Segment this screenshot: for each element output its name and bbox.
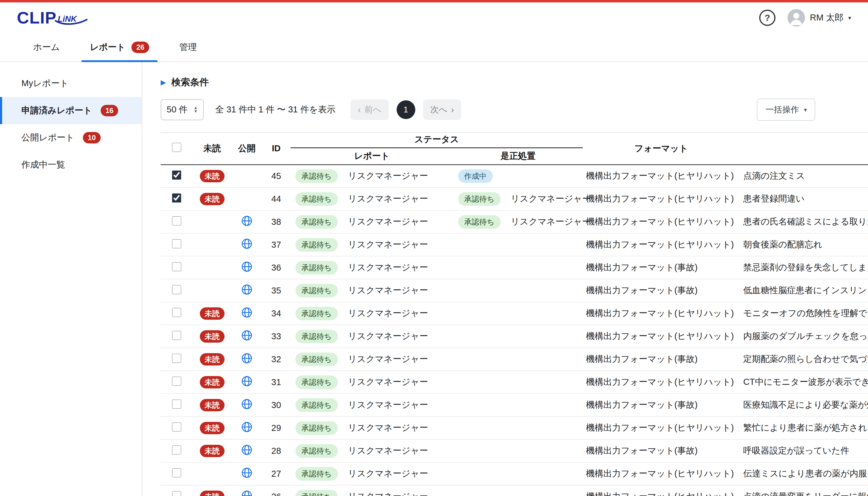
table-row[interactable]: 未読 30 承認待ち リスクマネージャー 機構出力フォーマット(事故) 医療知識… (161, 393, 868, 416)
unread-badge: 未読 (200, 170, 224, 182)
sidebar-item-my-reports[interactable]: Myレポート (0, 70, 142, 97)
triangle-right-icon: ▶ (161, 78, 166, 87)
row-id: 45 (262, 165, 291, 187)
corrective-status-badge: 承認待ち (458, 215, 501, 229)
help-button[interactable]: ? (759, 10, 775, 26)
tab-reports[interactable]: レポート 26 (75, 33, 164, 61)
table-row[interactable]: 未読 28 承認待ち リスクマネージャー 機構出力フォーマット(事故) 呼吸器設… (161, 439, 868, 462)
row-checkbox[interactable] (172, 308, 181, 317)
sidebar-item-label: 申請済みレポート (21, 105, 92, 117)
row-checkbox[interactable] (172, 377, 181, 386)
user-menu[interactable]: RM 太郎 ▾ (788, 9, 851, 27)
page-size-select[interactable]: 50 件 ▲ ▼ (161, 99, 204, 120)
report-owner: リスクマネージャー (348, 445, 428, 457)
row-checkbox[interactable] (172, 354, 181, 363)
select-all-checkbox[interactable] (172, 143, 181, 152)
select-arrows-icon: ▲ ▼ (193, 106, 198, 113)
table-row[interactable]: 未読 45 承認待ち リスクマネージャー 作成中 機構出力フォーマット(ヒヤリハ… (161, 165, 868, 187)
chevron-down-icon: ▾ (804, 106, 807, 113)
sidebar-item-label: Myレポート (21, 77, 69, 90)
row-checkbox[interactable] (172, 491, 181, 496)
row-format: 機構出力フォーマット(ヒヤリハット) (583, 302, 740, 325)
table-row[interactable]: 未読 33 承認待ち リスクマネージャー 機構出力フォーマット(ヒヤリハット) … (161, 325, 868, 348)
help-icon: ? (765, 13, 770, 23)
search-conditions-toggle[interactable]: ▶ 検索条件 (161, 76, 868, 89)
prev-label: 前へ (365, 104, 382, 115)
row-checkbox[interactable] (172, 262, 181, 271)
table-row[interactable]: 未読 44 承認待ち リスクマネージャー 承認待ち リスクマネージャー 機構出力… (161, 187, 868, 210)
header-id: ID (262, 133, 291, 165)
report-status-badge: 承認待ち (295, 261, 338, 275)
row-checkbox[interactable] (172, 171, 181, 180)
tab-admin[interactable]: 管理 (164, 33, 212, 61)
search-conditions-title: 検索条件 (171, 76, 209, 89)
sidebar-item-public-reports[interactable]: 公開レポート 10 (0, 124, 142, 151)
app-logo[interactable]: CLIP LiNK (17, 9, 77, 26)
table-row[interactable]: 未読 34 承認待ち リスクマネージャー 機構出力フォーマット(ヒヤリハット) … (161, 302, 868, 325)
table-row[interactable]: 未読 31 承認待ち リスクマネージャー 機構出力フォーマット(ヒヤリハット) … (161, 371, 868, 393)
logo-clip-text: CLIP (17, 9, 57, 26)
tab-label: ホーム (33, 41, 60, 53)
sidebar-item-drafts[interactable]: 作成中一覧 (0, 151, 142, 179)
report-owner: リスクマネージャー (348, 284, 428, 296)
current-page-indicator[interactable]: 1 (397, 100, 415, 119)
table-row[interactable]: 未読 29 承認待ち リスクマネージャー 機構出力フォーマット(ヒヤリハット) … (161, 416, 868, 439)
row-title: 定期配薬の照らし合わせで気づいた (740, 348, 868, 371)
user-name: RM 太郎 (810, 12, 843, 24)
header-corrective: 是正処置 (453, 148, 583, 165)
row-id: 32 (262, 348, 291, 371)
tab-home[interactable]: ホーム (18, 33, 75, 61)
sidebar-item-submitted-reports[interactable]: 申請済みレポート 16 (0, 97, 142, 124)
sidebar-item-label: 公開レポート (21, 132, 75, 144)
chevron-down-icon: ▾ (848, 14, 851, 21)
table-row[interactable]: 37 承認待ち リスクマネージャー 機構出力フォーマット(ヒヤリハット) 朝食後… (161, 233, 868, 256)
public-globe-icon (241, 467, 253, 479)
unread-badge: 未読 (200, 491, 224, 496)
report-owner: リスクマネージャー (348, 307, 428, 320)
table-row[interactable]: 27 承認待ち リスクマネージャー 機構出力フォーマット(ヒヤリハット) 伝達ミ… (161, 462, 868, 485)
row-checkbox[interactable] (172, 285, 181, 294)
result-range-text: 全 31 件中 1 件 〜 31 件を表示 (215, 104, 336, 116)
row-format: 機構出力フォーマット(ヒヤリハット) (583, 485, 740, 496)
sidebar: Myレポート 申請済みレポート 16 公開レポート 10 作成中一覧 (0, 62, 142, 496)
header-unread: 未読 (192, 133, 232, 165)
row-id: 35 (262, 279, 291, 302)
main-tabbar: ホーム レポート 26 管理 (0, 33, 868, 62)
row-checkbox[interactable] (172, 193, 181, 202)
table-row[interactable]: 36 承認待ち リスクマネージャー 機構出力フォーマット(事故) 禁忌薬剤の登録… (161, 256, 868, 279)
report-status-badge: 承認待ち (295, 330, 338, 343)
row-title: 患者の氏名確認ミスによる取り違え (740, 210, 868, 233)
row-checkbox[interactable] (172, 400, 181, 408)
table-row[interactable]: 未読 32 承認待ち リスクマネージャー 機構出力フォーマット(事故) 定期配薬… (161, 348, 868, 371)
chevron-left-icon: ‹ (358, 105, 361, 114)
row-format: 機構出力フォーマット(ヒヤリハット) (583, 325, 740, 348)
row-checkbox[interactable] (172, 422, 181, 432)
row-checkbox[interactable] (172, 331, 181, 340)
next-page-button[interactable]: 次へ › (423, 99, 462, 120)
row-title: 伝達ミスにより患者の薬が内服されず (740, 462, 868, 485)
row-checkbox[interactable] (172, 239, 181, 248)
table-row[interactable]: 38 承認待ち リスクマネージャー 承認待ち リスクマネージャー 機構出力フォー… (161, 210, 868, 233)
prev-page-button[interactable]: ‹ 前へ (351, 99, 389, 120)
report-status-badge: 承認待ち (295, 467, 338, 481)
bulk-action-label: 一括操作 (765, 104, 799, 115)
report-status-badge: 承認待ち (295, 169, 338, 183)
report-owner: リスクマネージャー (348, 193, 428, 205)
corrective-owner: リスクマネージャー (511, 193, 591, 205)
row-format: 機構出力フォーマット(ヒヤリハット) (583, 416, 740, 439)
row-checkbox[interactable] (172, 445, 181, 454)
top-accent-bar (0, 0, 868, 2)
report-owner: リスクマネージャー (348, 422, 428, 434)
bulk-action-button[interactable]: 一括操作 ▾ (757, 98, 815, 121)
row-checkbox[interactable] (172, 468, 181, 477)
row-checkbox[interactable] (172, 216, 181, 226)
tab-reports-badge: 26 (131, 42, 149, 53)
app-header: CLIP LiNK ? RM 太郎 ▾ (0, 2, 868, 33)
corrective-status-badge: 承認待ち (458, 192, 501, 206)
table-row[interactable]: 35 承認待ち リスクマネージャー 機構出力フォーマット(事故) 低血糖性脳症患… (161, 279, 868, 302)
row-format: 機構出力フォーマット(ヒヤリハット) (583, 233, 740, 256)
unread-badge: 未読 (200, 353, 224, 366)
row-id: 33 (262, 325, 291, 348)
table-row[interactable]: 未読 26 承認待ち リスクマネージャー 機構出力フォーマット(ヒヤリハット) … (161, 485, 868, 496)
row-id: 37 (262, 233, 291, 256)
